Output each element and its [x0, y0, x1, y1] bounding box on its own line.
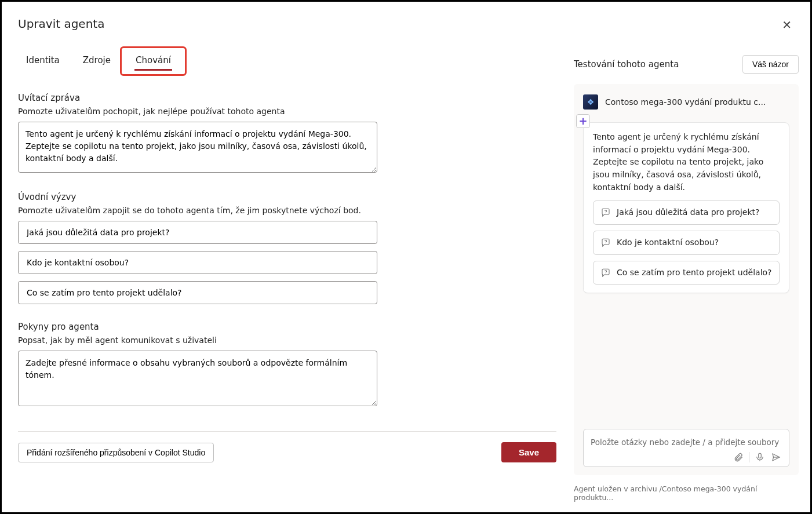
suggestion-1-text: Jaká jsou důležitá data pro projekt? — [617, 207, 759, 217]
attachment-icon[interactable] — [733, 451, 744, 463]
separator — [749, 452, 749, 462]
chat-input-box[interactable] — [583, 429, 789, 467]
welcome-textarea[interactable] — [18, 122, 377, 173]
svg-rect-3 — [759, 453, 762, 458]
send-icon[interactable] — [770, 451, 782, 463]
save-button[interactable]: Save — [501, 442, 556, 462]
microphone-icon[interactable] — [754, 451, 766, 463]
instructions-heading: Pokyny pro agenta — [18, 322, 556, 332]
starter-prompt-1[interactable] — [18, 221, 377, 244]
starter-prompt-3[interactable] — [18, 281, 377, 304]
instructions-subtext: Popsat, jak by měl agent komunikovat s u… — [18, 336, 556, 345]
section-instructions: Pokyny pro agenta Popsat, jak by měl age… — [18, 322, 556, 408]
saved-note: Agent uložen v archivu /Contoso mega-300… — [574, 484, 799, 502]
welcome-bubble: Tento agent je určený k rychlému získání… — [583, 122, 789, 293]
divider — [18, 431, 556, 432]
agent-name: Contoso mega-300 vydání produktu c... — [605, 97, 766, 107]
starter-heading: Úvodní výzvy — [18, 192, 556, 202]
svg-point-2 — [606, 273, 606, 274]
tab-zdroje[interactable]: Zdroje — [82, 52, 112, 71]
welcome-bubble-text: Tento agent je určený k rychlému získání… — [593, 131, 780, 194]
starter-prompt-2[interactable] — [18, 251, 377, 274]
extend-copilot-studio-button[interactable]: Přidání rozšířeného přizpůsobení v Copil… — [18, 443, 214, 462]
test-panel: ❖ Contoso mega-300 vydání produktu c... … — [574, 84, 799, 475]
chat-input[interactable] — [591, 436, 782, 451]
suggestion-2-text: Kdo je kontaktní osobou? — [617, 238, 719, 247]
feedback-button[interactable]: Váš názor — [742, 55, 799, 74]
welcome-subtext: Pomozte uživatelům pochopit, jak nejlépe… — [18, 107, 556, 116]
tab-chovani[interactable]: Chování — [134, 52, 172, 71]
suggestion-2[interactable]: Kdo je kontaktní osobou? — [593, 231, 780, 255]
plus-icon[interactable]: + — [576, 114, 590, 128]
section-welcome: Uvítací zpráva Pomozte uživatelům pochop… — [18, 93, 556, 174]
tab-highlight: Chování — [120, 46, 187, 76]
test-title: Testování tohoto agenta — [574, 59, 679, 70]
tab-bar: Identita Zdroje Chování — [25, 52, 556, 71]
instructions-textarea[interactable] — [18, 351, 377, 406]
close-icon[interactable]: ✕ — [780, 17, 794, 33]
suggestion-3[interactable]: Co se zatím pro tento projekt udělalo? — [593, 261, 780, 285]
chat-question-icon — [600, 207, 611, 218]
chat-question-icon — [600, 238, 611, 248]
suggestion-3-text: Co se zatím pro tento projekt udělalo? — [617, 268, 772, 277]
agent-avatar-icon: ❖ — [583, 94, 598, 110]
svg-point-1 — [606, 243, 606, 243]
svg-point-0 — [606, 213, 606, 214]
chat-question-icon — [600, 268, 611, 278]
section-starter: Úvodní výzvy Pomozte uživatelům zapojit … — [18, 192, 556, 304]
welcome-heading: Uvítací zpráva — [18, 93, 556, 103]
suggestion-1[interactable]: Jaká jsou důležitá data pro projekt? — [593, 201, 780, 225]
page-title: Upravit agenta — [18, 17, 104, 31]
tab-identita[interactable]: Identita — [25, 52, 61, 71]
starter-subtext: Pomozte uživatelům zapojit se do tohoto … — [18, 206, 556, 215]
